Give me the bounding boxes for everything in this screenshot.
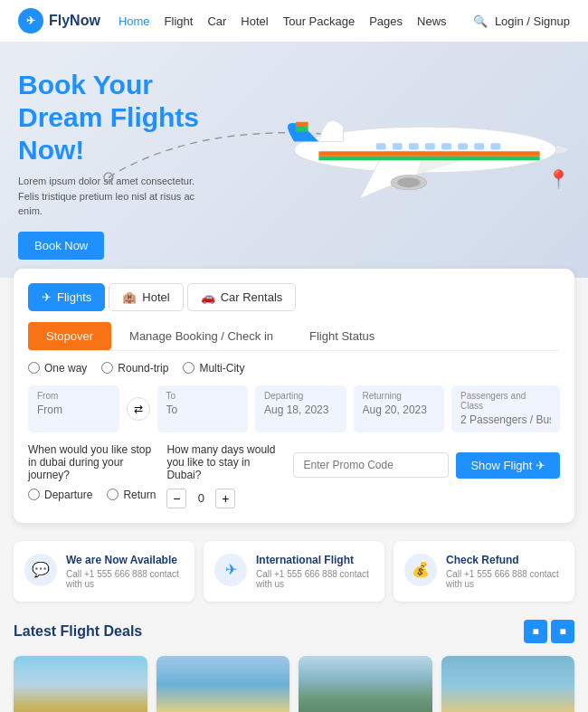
features-section: 💬 We are Now Available Call +1 555 666 8…: [0, 523, 588, 620]
search-tab-hotel[interactable]: 🏨Hotel: [109, 283, 183, 311]
deal-image-3: [441, 656, 575, 713]
nav-link-pages[interactable]: Pages: [369, 14, 403, 28]
trip-radio[interactable]: [28, 362, 40, 374]
logo[interactable]: ✈ FlyNow: [18, 8, 100, 33]
feature-title-1: International Flight: [256, 554, 374, 566]
navbar: ✈ FlyNow HomeFlightCarHotelTour PackageP…: [0, 0, 588, 42]
deal-card-3: Dubai to Thailand 14 Aug, 2023 - 20 Aug …: [441, 656, 575, 713]
trip-option-one-way[interactable]: One way: [28, 362, 87, 375]
nav-arrows: ■ ■: [524, 620, 574, 643]
feature-info-0: We are Now Available Call +1 555 666 888…: [66, 554, 184, 589]
stopover-right: How many days would you like to stay in …: [166, 443, 282, 508]
return-radio[interactable]: [107, 489, 119, 500]
nav-link-news[interactable]: News: [417, 14, 447, 28]
booking-tab-stopover[interactable]: Stopover: [28, 322, 111, 350]
passengers-input[interactable]: [460, 413, 551, 426]
trip-radio[interactable]: [101, 362, 113, 374]
departure-radio[interactable]: [28, 489, 40, 500]
search-tab-flights[interactable]: ✈Flights: [28, 283, 105, 311]
deals-header: Latest Flight Deals ■ ■: [14, 620, 574, 643]
trip-radio[interactable]: [183, 362, 194, 374]
from-label: From: [37, 391, 110, 401]
stopover-question: When would you like stop in dubai during…: [28, 443, 156, 481]
show-flight-button[interactable]: Show Flight ✈: [456, 452, 560, 479]
svg-rect-14: [296, 127, 308, 131]
svg-rect-9: [474, 143, 484, 149]
nav-links: HomeFlightCarHotelTour PackagePagesNews: [119, 13, 473, 29]
svg-rect-10: [490, 143, 500, 149]
from-field[interactable]: From: [28, 385, 119, 432]
search-icon[interactable]: 🔍: [473, 14, 488, 28]
hero-title-line3: Now!: [18, 135, 84, 165]
to-field[interactable]: To: [157, 385, 249, 432]
svg-point-12: [397, 177, 420, 187]
login-link[interactable]: Login / Signup: [495, 14, 570, 28]
feature-title-0: We are Now Available: [66, 554, 184, 566]
fields-row: From ⇄ To Departing Returning Passengers…: [28, 385, 560, 432]
svg-rect-4: [393, 143, 403, 149]
feature-icon-0: 💬: [24, 554, 57, 586]
returning-field[interactable]: Returning: [354, 385, 445, 432]
svg-rect-8: [458, 143, 468, 149]
departing-input[interactable]: [264, 403, 337, 416]
logo-icon: ✈: [18, 8, 43, 33]
feature-info-2: Check Refund Call +1 555 666 888 contact…: [446, 554, 564, 589]
departure-radio-label: Departure: [44, 489, 92, 501]
location-pin-icon: 📍: [547, 168, 570, 190]
search-tab-car-rentals[interactable]: 🚗Car Rentals: [187, 283, 297, 311]
svg-rect-3: [376, 143, 386, 149]
svg-rect-5: [409, 143, 419, 149]
deal-card-0: Dubai to Canada 14 Aug, 2023 - 20 Aug 20…: [14, 656, 147, 713]
counter-row: − 0 +: [166, 489, 282, 508]
feature-card-0: 💬 We are Now Available Call +1 555 666 8…: [14, 541, 194, 602]
trip-option-multi-city[interactable]: Multi-City: [183, 362, 244, 375]
deal-image-2: [299, 656, 432, 713]
nav-right: 🔍 Login / Signup: [473, 14, 570, 28]
days-question: How many days would you like to stay in …: [166, 443, 282, 481]
prev-arrow-button[interactable]: ■: [524, 620, 547, 643]
counter-decrease-button[interactable]: −: [166, 489, 186, 508]
passengers-field[interactable]: Passengers and Class: [451, 385, 560, 432]
trip-option-round-trip[interactable]: Round-trip: [101, 362, 168, 375]
booking-tabs: StopoverManage Booking / Check inFlight …: [28, 322, 560, 351]
feature-icon-2: 💰: [404, 554, 437, 586]
booking-tab-manage-booking-/-che[interactable]: Manage Booking / Check in: [111, 322, 291, 350]
swap-button[interactable]: ⇄: [127, 397, 150, 421]
feature-title-2: Check Refund: [446, 554, 564, 566]
returning-input[interactable]: [363, 403, 436, 416]
svg-rect-6: [425, 143, 435, 149]
nav-link-hotel[interactable]: Hotel: [241, 14, 268, 28]
feature-icon-1: ✈: [214, 554, 247, 586]
deals-title: Latest Flight Deals: [14, 623, 142, 640]
return-radio-option[interactable]: Return: [107, 489, 156, 501]
stopover-row: When would you like stop in dubai during…: [28, 443, 560, 508]
to-input[interactable]: [166, 403, 240, 416]
feature-info-1: International Flight Call +1 555 666 888…: [256, 554, 374, 589]
counter-increase-button[interactable]: +: [215, 489, 235, 508]
from-input[interactable]: [37, 403, 110, 416]
nav-link-flight[interactable]: Flight: [165, 14, 194, 28]
hero-plane: [253, 60, 588, 227]
feature-subtitle-1: Call +1 555 666 888 contact with us: [256, 569, 374, 589]
nav-link-car[interactable]: Car: [207, 14, 226, 28]
booking-tab-flight-status[interactable]: Flight Status: [291, 322, 393, 350]
book-now-button[interactable]: Book Now: [18, 232, 104, 260]
departing-field[interactable]: Departing: [255, 385, 346, 432]
next-arrow-button[interactable]: ■: [551, 620, 574, 643]
departure-radio-option[interactable]: Departure: [28, 489, 92, 501]
search-section: ✈Flights🏨Hotel🚗Car Rentals StopoverManag…: [14, 269, 574, 523]
promo-show-row: Show Flight ✈: [293, 452, 560, 479]
feature-subtitle-0: Call +1 555 666 888 contact with us: [66, 569, 184, 589]
nav-link-home[interactable]: Home: [119, 14, 150, 28]
returning-label: Returning: [363, 391, 436, 401]
stopover-radios: Departure Return: [28, 489, 156, 501]
promo-input[interactable]: [293, 452, 449, 478]
return-radio-label: Return: [123, 489, 156, 501]
trip-options: One way Round-trip Multi-City: [28, 362, 560, 375]
stopover-left: When would you like stop in dubai during…: [28, 443, 156, 501]
feature-card-2: 💰 Check Refund Call +1 555 666 888 conta…: [394, 541, 574, 602]
departing-label: Departing: [264, 391, 337, 401]
nav-link-tour-package[interactable]: Tour Package: [283, 14, 356, 28]
deal-image-1: [156, 656, 290, 713]
deals-grid: Dubai to Canada 14 Aug, 2023 - 20 Aug 20…: [14, 656, 574, 713]
